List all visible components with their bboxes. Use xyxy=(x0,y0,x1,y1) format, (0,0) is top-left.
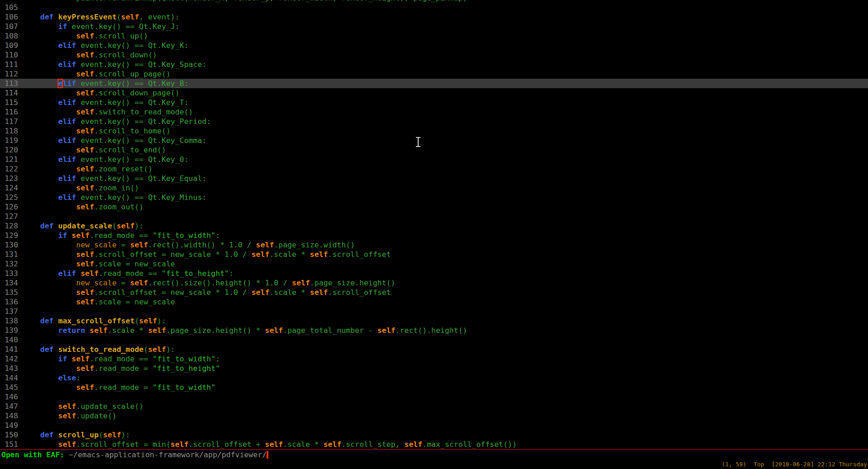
code-text[interactable]: elif event.key() == Qt.Key_B: xyxy=(22,79,189,88)
code-text[interactable]: self.zoom_reset() xyxy=(22,164,153,174)
code-text[interactable]: self.zoom_in() xyxy=(22,183,139,193)
code-text[interactable]: elif event.key() == Qt.Key_Equal: xyxy=(22,174,206,183)
code-line[interactable]: 116 self.switch_to_read_mode() xyxy=(0,107,868,117)
code-line[interactable]: 109 elif event.key() == Qt.Key_K: xyxy=(0,41,868,50)
code-line[interactable]: 136 self.scale = new_scale xyxy=(0,297,868,307)
code-line[interactable]: 130 new_scale = self.rect().width() * 1.… xyxy=(0,240,868,250)
code-text[interactable]: if event.key() == Qt.Key_J: xyxy=(22,22,180,31)
code-line[interactable]: 111 elif event.key() == Qt.Key_Space: xyxy=(0,60,868,69)
minibuffer[interactable]: Open with EAF: ~/emacs-application-frame… xyxy=(0,450,868,469)
code-line[interactable]: 131 self.scroll_offset = new_scale * 1.0… xyxy=(0,250,868,259)
code-text[interactable]: self.scroll_down() xyxy=(22,50,157,60)
code-text[interactable]: elif self.read_mode == "fit_to_height": xyxy=(22,269,234,278)
code-text[interactable]: if self.read_mode == "fit_to_width": xyxy=(22,231,220,240)
code-line[interactable]: 108 self.scroll_up() xyxy=(0,31,868,41)
code-text[interactable]: elif event.key() == Qt.Key_Space: xyxy=(22,60,206,69)
line-number: 112 xyxy=(0,69,22,79)
code-line[interactable]: 142 if self.read_mode == "fit_to_width": xyxy=(0,354,868,364)
code-line[interactable]: 134 new_scale = self.rect().size().heigh… xyxy=(0,278,868,288)
code-text[interactable]: def update_scale(self): xyxy=(22,221,143,231)
code-line[interactable]: 149 xyxy=(0,421,868,430)
code-line[interactable]: 105 xyxy=(0,3,868,12)
code-line[interactable]: 127 xyxy=(0,212,868,221)
code-text[interactable]: elif event.key() == Qt.Key_Comma: xyxy=(22,136,206,145)
code-text[interactable]: new_scale = self.rect().width() * 1.0 / … xyxy=(22,240,355,250)
code-text[interactable]: self.scale = new_scale xyxy=(22,297,175,307)
code-text[interactable]: else: xyxy=(22,373,81,383)
code-line[interactable]: 128 def update_scale(self): xyxy=(0,221,868,231)
code-text[interactable]: self.scroll_up() xyxy=(22,31,148,41)
code-line[interactable]: 129 if self.read_mode == "fit_to_width": xyxy=(0,231,868,240)
code-line[interactable]: 119 elif event.key() == Qt.Key_Comma: xyxy=(0,136,868,145)
code-text[interactable]: elif event.key() == Qt.Key_T: xyxy=(22,98,189,107)
code-line[interactable]: 113 elif event.key() == Qt.Key_B: xyxy=(0,79,868,88)
code-text[interactable]: self.scroll_offset = new_scale * 1.0 / s… xyxy=(22,288,391,297)
code-line[interactable]: 114 self.scroll_down_page() xyxy=(0,88,868,98)
code-line[interactable]: 124 self.zoom_in() xyxy=(0,183,868,193)
code-line[interactable]: 107 if event.key() == Qt.Key_J: xyxy=(0,22,868,31)
code-text[interactable]: elif event.key() == Qt.Key_Minus: xyxy=(22,193,206,202)
code-text[interactable]: self.zoom_out() xyxy=(22,202,143,212)
code-text[interactable]: def max_scroll_offset(self): xyxy=(22,316,166,326)
code-line[interactable]: 122 self.zoom_reset() xyxy=(0,164,868,174)
code-line[interactable]: 135 self.scroll_offset = new_scale * 1.0… xyxy=(0,288,868,297)
code-line[interactable]: 106 def keyPressEvent(self, event): xyxy=(0,12,868,22)
code-line[interactable]: 133 elif self.read_mode == "fit_to_heigh… xyxy=(0,269,868,278)
code-line[interactable]: 139 return self.scale * self.page_size.h… xyxy=(0,326,868,335)
code-text[interactable]: return self.scale * self.page_size.heigh… xyxy=(22,326,467,335)
line-number: 131 xyxy=(0,250,22,259)
code-line[interactable]: 138 def max_scroll_offset(self): xyxy=(0,316,868,326)
line-number: 128 xyxy=(0,221,22,231)
line-number: 107 xyxy=(0,22,22,31)
line-number: 136 xyxy=(0,297,22,307)
code-text[interactable]: self.scroll_offset = min(self.scroll_off… xyxy=(22,440,517,449)
code-text[interactable]: self.read_mode = "fit_to_width" xyxy=(22,383,215,392)
code-line[interactable]: 115 elif event.key() == Qt.Key_T: xyxy=(0,98,868,107)
code-text[interactable]: self.read_mode = "fit_to_height" xyxy=(22,364,220,373)
line-number: 150 xyxy=(0,430,22,440)
code-line[interactable]: 151 self.scroll_offset = min(self.scroll… xyxy=(0,440,868,449)
code-line[interactable]: 143 self.read_mode = "fit_to_height" xyxy=(0,364,868,373)
code-line[interactable]: 118 self.scroll_to_home() xyxy=(0,126,868,136)
code-line[interactable]: 140 xyxy=(0,335,868,345)
code-text[interactable]: elif event.key() == Qt.Key_0: xyxy=(22,155,189,164)
code-text[interactable]: self.scroll_up_page() xyxy=(22,69,171,79)
line-number: 145 xyxy=(0,383,22,392)
code-text[interactable]: self.switch_to_read_mode() xyxy=(22,107,193,117)
code-line[interactable]: 117 elif event.key() == Qt.Key_Period: xyxy=(0,117,868,126)
scroll-position-indicator: Top xyxy=(754,461,764,468)
code-text[interactable]: self.scroll_down_page() xyxy=(22,88,180,98)
code-text[interactable]: self.update() xyxy=(22,411,117,421)
code-line[interactable]: 125 elif event.key() == Qt.Key_Minus: xyxy=(0,193,868,202)
code-text[interactable]: def keyPressEvent(self, event): xyxy=(22,12,180,22)
code-text[interactable]: new_scale = self.rect().size().height() … xyxy=(22,278,396,288)
code-text[interactable]: def switch_to_read_mode(self): xyxy=(22,345,175,354)
line-number: 139 xyxy=(0,326,22,335)
code-text[interactable]: self.update_scale() xyxy=(22,402,143,411)
code-text[interactable]: if self.read_mode == "fit_to_width": xyxy=(22,354,220,364)
code-text[interactable]: self.scroll_to_end() xyxy=(22,145,166,155)
code-line[interactable]: 144 else: xyxy=(0,373,868,383)
code-line[interactable]: 132 self.scale = new_scale xyxy=(0,259,868,269)
code-line[interactable]: 148 self.update() xyxy=(0,411,868,421)
code-line[interactable]: 137 xyxy=(0,307,868,316)
code-text[interactable]: self.scale = new_scale xyxy=(22,259,175,269)
code-line[interactable]: 141 def switch_to_read_mode(self): xyxy=(0,345,868,354)
code-line[interactable]: 145 self.read_mode = "fit_to_width" xyxy=(0,383,868,392)
code-line[interactable]: 146 xyxy=(0,392,868,402)
minibuffer-prompt-row[interactable]: Open with EAF: ~/emacs-application-frame… xyxy=(0,450,868,460)
code-line[interactable]: 126 self.zoom_out() xyxy=(0,202,868,212)
code-text[interactable]: self.scroll_to_home() xyxy=(22,126,171,136)
code-line[interactable]: 120 self.scroll_to_end() xyxy=(0,145,868,155)
code-line[interactable]: 150 def scroll_up(self): xyxy=(0,430,868,440)
code-text[interactable]: elif event.key() == Qt.Key_Period: xyxy=(22,117,211,126)
code-line[interactable]: 112 self.scroll_up_page() xyxy=(0,69,868,79)
code-text[interactable]: def scroll_up(self): xyxy=(22,430,130,440)
minibuffer-input[interactable]: ~/emacs-application-framework/app/pdfvie… xyxy=(69,450,267,459)
code-line[interactable]: 123 elif event.key() == Qt.Key_Equal: xyxy=(0,174,868,183)
code-line[interactable]: 110 self.scroll_down() xyxy=(0,50,868,60)
code-line[interactable]: 121 elif event.key() == Qt.Key_0: xyxy=(0,155,868,164)
code-text[interactable]: self.scroll_offset = new_scale * 1.0 / s… xyxy=(22,250,391,259)
code-text[interactable]: elif event.key() == Qt.Key_K: xyxy=(22,41,189,50)
code-line[interactable]: 147 self.update_scale() xyxy=(0,402,868,411)
